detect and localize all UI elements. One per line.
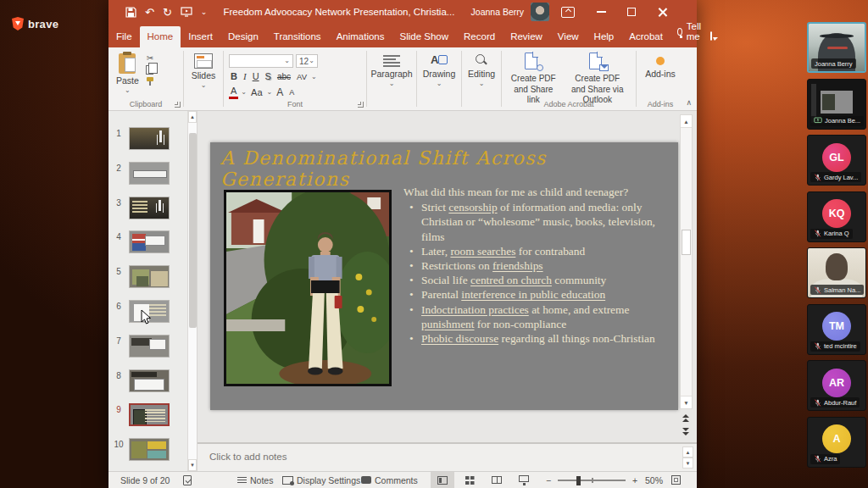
tab-review[interactable]: Review [503,26,550,47]
scroll-thumb[interactable] [682,230,691,255]
slide-title[interactable]: A Denominational Shift Across Generation… [220,147,670,190]
notes-scroll-down-icon[interactable]: ▼ [682,458,693,469]
slide-canvas[interactable]: A Denominational Shift Across Generation… [210,142,678,410]
tab-file[interactable]: File [108,26,140,47]
notes-toggle-button[interactable]: Notes [237,472,273,488]
reading-view-button[interactable] [485,472,509,488]
tab-help[interactable]: Help [587,26,622,47]
participant-tile-ted-mcintire[interactable]: TMted mcintire [807,304,866,355]
slide-thumbnail-3[interactable] [129,197,170,219]
scroll-up-icon[interactable]: ▲ [681,115,692,128]
normal-view-button[interactable] [431,472,454,488]
thumb-scroll-thumb[interactable] [189,133,197,328]
zoom-in-button[interactable]: + [632,472,637,488]
create-pdf-share-link-button[interactable]: Create PDF and Share link [507,52,560,107]
font-size-combobox[interactable]: 12⌄ [296,54,318,68]
shrink-font-button[interactable]: A [287,88,296,97]
tab-record[interactable]: Record [456,26,503,47]
next-slide-button[interactable] [681,426,691,437]
scroll-down-icon[interactable]: ▼ [681,396,692,408]
slide-thumbnail-9[interactable] [129,403,170,426]
tab-slide-show[interactable]: Slide Show [392,26,457,47]
slide-thumbnail-8[interactable] [129,369,170,392]
addins-button[interactable]: Add-ins [643,52,678,80]
font-name-combobox[interactable]: ⌄ [229,54,293,68]
thumb-scroll-up-icon[interactable]: ▲ [188,111,197,123]
slide-thumbnail-4[interactable] [129,230,170,253]
slideshow-view-button[interactable] [512,472,536,488]
fit-to-window-button[interactable] [671,472,681,488]
change-case-button[interactable]: Aa [249,87,264,98]
slide-vertical-scrollbar[interactable]: ▲ ▼ [680,114,693,409]
slide-photo[interactable] [224,190,392,386]
participant-tile-karina-q[interactable]: KQKarina Q [807,191,866,242]
accessibility-checker-icon[interactable] [183,472,192,488]
copy-icon[interactable] [146,65,153,75]
editing-button[interactable]: Editing ⌄ [465,52,498,89]
slide-thumbnail-1[interactable] [129,127,170,150]
thumb-scroll-down-icon[interactable]: ▼ [188,459,197,471]
font-dialog-launcher[interactable] [358,102,364,108]
slide-thumbnail-6[interactable] [129,300,170,323]
participant-tile-salman-na[interactable]: Salman Na... [807,247,866,298]
paragraph-button[interactable]: Paragraph ⌄ [368,52,415,89]
character-spacing-button[interactable]: AV [295,72,309,81]
slide-body-text[interactable]: What did this mean for me as child and t… [403,185,676,346]
zoom-slider-thumb[interactable] [576,476,581,485]
account-name[interactable]: Joanna Berry [471,7,524,17]
thumbnail-scrollbar[interactable]: ▲ ▼ [187,111,197,471]
maximize-button[interactable] [619,3,644,21]
strikethrough-button[interactable]: abc [275,72,292,82]
account-avatar[interactable] [531,3,549,21]
paste-button[interactable]: Paste ⌄ [114,52,142,96]
participant-tile-joanna-be[interactable]: Joanna Be... [807,79,866,130]
slide-thumbnail-10[interactable] [129,438,170,461]
present-from-beginning-icon[interactable] [181,7,192,17]
zoom-level[interactable]: 50% [645,472,663,488]
underline-button[interactable]: U [251,71,261,82]
tab-design[interactable]: Design [220,26,266,47]
slide-thumbnail-5[interactable] [129,265,170,288]
slide-thumbnail-2[interactable] [129,162,170,185]
new-slide-button[interactable]: Slides ⌄ [189,52,219,91]
tab-insert[interactable]: Insert [181,26,220,47]
slide-sorter-view-button[interactable] [458,472,481,488]
tab-animations[interactable]: Animations [329,26,392,47]
grow-font-button[interactable]: A [275,86,285,98]
drawing-button[interactable]: Drawing ⌄ [420,52,459,89]
slide-number-indicator[interactable]: Slide 9 of 20 [120,472,170,488]
tab-transitions[interactable]: Transitions [266,26,329,47]
create-pdf-outlook-button[interactable]: Create PDF and Share via Outlook [565,52,631,107]
participant-tile-azra[interactable]: AAzra [807,417,866,468]
comments-chat-icon[interactable] [710,31,712,41]
text-shadow-button[interactable]: S [264,71,273,82]
notes-pane[interactable]: Click to add notes ▲ ▼ [198,442,697,471]
previous-slide-button[interactable] [681,413,691,424]
cut-icon[interactable]: ✂ [146,54,154,63]
format-painter-icon[interactable] [146,77,154,86]
minimize-button[interactable] [588,3,614,21]
font-color-button[interactable]: A [229,86,238,99]
clipboard-dialog-launcher[interactable] [175,102,181,108]
participant-tile-joanna-berry[interactable]: Joanna Berry [807,22,866,73]
save-icon[interactable] [125,7,136,18]
tab-acrobat[interactable]: Acrobat [621,26,670,47]
customize-qat-icon[interactable]: ⌄ [201,8,208,16]
undo-icon[interactable]: ↶ [145,7,154,18]
participant-tile-abdur-rauf[interactable]: ARAbdur-Rauf [807,360,866,411]
participant-tile-gardy-lav[interactable]: GLGardy Lav... [807,135,866,186]
zoom-slider[interactable] [558,480,626,481]
notes-scrollbar[interactable]: ▲ ▼ [682,446,693,469]
notes-scroll-up-icon[interactable]: ▲ [682,446,693,458]
italic-button[interactable]: I [242,71,248,82]
notes-placeholder[interactable]: Click to add notes [209,452,287,462]
display-settings-button[interactable]: Display Settings [282,472,360,488]
comments-button[interactable]: Comments [361,472,418,488]
tab-home[interactable]: Home [140,26,181,47]
zoom-out-button[interactable]: − [546,472,551,488]
collapse-ribbon-icon[interactable]: ∧ [686,98,692,107]
slide-thumbnail-7[interactable] [129,335,170,358]
redo-icon[interactable]: ↻ [163,7,172,18]
tab-view[interactable]: View [550,26,587,47]
ribbon-display-options-icon[interactable] [561,7,575,18]
